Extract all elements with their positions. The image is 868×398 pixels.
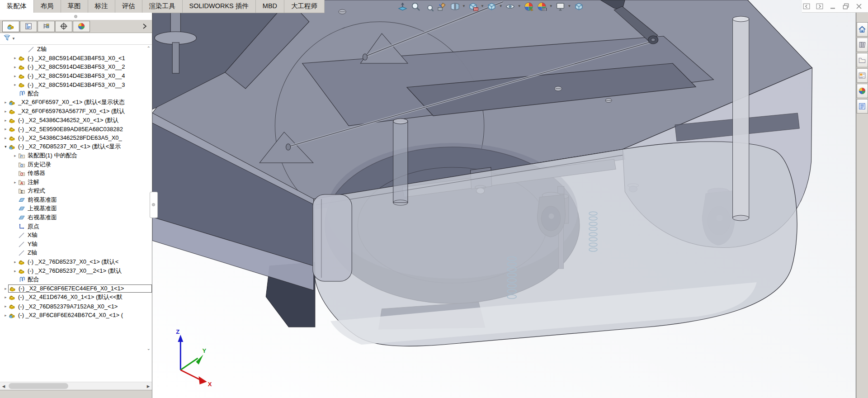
featuremanager-tree-icon[interactable]: [2, 21, 19, 32]
tree-row[interactable]: ▸(-) _X2_54386C346252_X0_<1> (默认: [0, 116, 152, 125]
tree-row[interactable]: ▸A注解: [0, 178, 152, 187]
tree-row[interactable]: ▸(-) _X2_5E9590E89AD85EA68C038282: [0, 124, 152, 133]
expand-arrow-icon[interactable]: ▸: [13, 74, 18, 78]
menu-tab-9[interactable]: 大工程师: [284, 0, 325, 13]
menu-tab-4[interactable]: 标注: [88, 0, 115, 13]
collapse-right-icon[interactable]: [815, 2, 824, 11]
panel-splitter-handle[interactable]: [150, 192, 158, 218]
menu-tab-1[interactable]: 装配体: [0, 0, 34, 13]
3d-drawing-view-icon[interactable]: [573, 0, 585, 12]
tree-row[interactable]: 配合: [0, 89, 152, 98]
tree-row[interactable]: ▸(-) _X2_8F6C8F6E7EC44EF6_X0_1<1>: [0, 284, 152, 293]
tree-row[interactable]: ▸装配图(1) 中的配合: [0, 151, 152, 160]
filter-dropdown-caret-icon[interactable]: ▼: [12, 37, 15, 41]
expand-arrow-icon[interactable]: ▸: [3, 304, 8, 308]
previous-view-icon[interactable]: [423, 0, 434, 12]
menu-tab-2[interactable]: 布局: [34, 0, 61, 13]
tree-row[interactable]: ▸(-) _X2_76D852379A7152A8_X0_<1>: [0, 302, 152, 311]
menu-tab-6[interactable]: 渲染工具: [142, 0, 183, 13]
dropdown-caret-icon[interactable]: ▼: [549, 0, 553, 12]
filter-funnel-icon[interactable]: [3, 34, 11, 43]
tree-row[interactable]: ▸(-) _X2_88C5914D4E3B4F53_X0__3: [0, 80, 152, 89]
tree-row[interactable]: ▸(-) _X2_88C5914D4E3B4F53_X0_<1: [0, 54, 152, 63]
expand-arrow-icon[interactable]: ▸: [3, 109, 8, 114]
expand-arrow-icon[interactable]: ▾: [3, 144, 8, 149]
tree-row[interactable]: 原点: [0, 222, 152, 231]
view-orientation-icon[interactable]: [467, 0, 479, 12]
tree-scroll-up-icon[interactable]: ⌃: [147, 46, 151, 51]
tree-row[interactable]: 历史记录: [0, 160, 152, 169]
panel-top-splitter[interactable]: [0, 13, 152, 20]
tree-row[interactable]: ▾(-) _X2_76D85237_X0_<1> (默认<显示: [0, 142, 152, 152]
graphics-area[interactable]: Z Y X ▼▼▼▼▼▼: [152, 0, 856, 398]
model-3d-view[interactable]: Z Y X: [152, 0, 856, 398]
tree-row[interactable]: ▸(-) _X2_76D85237_X0_<1> (默认<: [0, 257, 152, 266]
tree-scroll-down-icon[interactable]: ⌄: [147, 346, 151, 351]
collapse-left-icon[interactable]: [802, 2, 811, 11]
menu-tab-3[interactable]: 草图: [61, 0, 88, 13]
tree-row[interactable]: X轴: [0, 231, 152, 240]
dropdown-caret-icon[interactable]: ▼: [518, 0, 521, 12]
dropdown-caret-icon[interactable]: ▼: [499, 0, 503, 12]
scrollbar-thumb[interactable]: [9, 383, 68, 389]
display-style-icon[interactable]: [486, 0, 498, 12]
tree-row[interactable]: 前视基准面: [0, 195, 152, 204]
menu-tab-5[interactable]: 评估: [115, 0, 142, 13]
tree-row[interactable]: 传感器: [0, 169, 152, 178]
chevron-right-icon[interactable]: [141, 23, 148, 30]
tree-row[interactable]: Σ方程式: [0, 187, 152, 196]
tree-row[interactable]: 右视基准面: [0, 213, 152, 222]
tree-row[interactable]: ▸(-) _X2_4E1D6746_X0_1<1> (默认<<默: [0, 293, 152, 302]
expand-arrow-icon[interactable]: ▸: [3, 295, 8, 299]
close-icon[interactable]: [854, 2, 863, 11]
custom-properties-icon[interactable]: [857, 99, 868, 114]
tree-row[interactable]: ▸(-) _X2_76D85237_X0__2<1> (默认: [0, 266, 152, 275]
dynamic-annotation-views-icon[interactable]: [449, 0, 461, 12]
propertymanager-icon[interactable]: [20, 21, 37, 32]
dimxpertmanager-icon[interactable]: [55, 21, 72, 32]
tree-row[interactable]: 配合: [0, 275, 152, 284]
expand-arrow-icon[interactable]: ▸: [3, 286, 8, 291]
dropdown-caret-icon[interactable]: ▼: [481, 0, 484, 12]
tree-row[interactable]: ▸_X2_6F0F6597_X0_<1> (默认<显示状态: [0, 98, 152, 107]
hide-show-items-icon[interactable]: [505, 0, 516, 12]
expand-arrow-icon[interactable]: ▸: [3, 313, 8, 317]
tree-row[interactable]: ▸(-) _X2_54386C3462528FDE63A5_X0_: [0, 133, 152, 142]
expand-arrow-icon[interactable]: ▸: [3, 127, 8, 131]
resources-home-icon[interactable]: [857, 22, 868, 37]
tree-row[interactable]: Y轴: [0, 240, 152, 249]
zoom-to-area-icon[interactable]: [410, 0, 421, 12]
expand-arrow-icon[interactable]: ▸: [13, 56, 18, 60]
configurationmanager-icon[interactable]: [38, 21, 55, 32]
expand-arrow-icon[interactable]: ▸: [13, 260, 18, 264]
zoom-to-fit-icon[interactable]: [396, 0, 408, 12]
edit-appearance-icon[interactable]: [523, 0, 535, 12]
section-view-icon[interactable]: [436, 0, 448, 12]
menu-tab-7[interactable]: SOLIDWORKS 插件: [183, 0, 256, 13]
tree-row[interactable]: ▸(-) _X2_88C5914D4E3B4F53_X0__4: [0, 71, 152, 81]
tree-row[interactable]: 上视基准面: [0, 204, 152, 213]
dropdown-caret-icon[interactable]: ▼: [462, 0, 466, 12]
expand-arrow-icon[interactable]: ▸: [3, 118, 8, 123]
expand-arrow-icon[interactable]: ▸: [13, 153, 18, 158]
file-explorer-icon[interactable]: [857, 53, 868, 67]
expand-arrow-icon[interactable]: ▸: [13, 180, 18, 185]
minimize-icon[interactable]: [828, 2, 837, 11]
tree-row[interactable]: ▸_X2_6F0F659763A5677F_X0_<1> (默认: [0, 107, 152, 116]
expand-arrow-icon[interactable]: ▸: [3, 100, 8, 104]
menu-tab-8[interactable]: MBD: [256, 0, 284, 13]
tree-row[interactable]: ▸(-) _X2_8F6C8F6E624B67C4_X0_<1> (: [0, 311, 152, 320]
apply-scene-icon[interactable]: [536, 0, 548, 12]
scroll-left-icon[interactable]: ◀: [0, 384, 7, 389]
tree-horizontal-scrollbar[interactable]: ◀ ▶: [0, 382, 152, 390]
expand-arrow-icon[interactable]: ▸: [13, 269, 18, 273]
view-palette-icon[interactable]: [857, 68, 868, 83]
restore-icon[interactable]: [841, 2, 850, 11]
expand-arrow-icon[interactable]: ▸: [13, 65, 18, 69]
scroll-right-icon[interactable]: ▶: [145, 384, 152, 389]
design-library-icon[interactable]: [857, 38, 868, 52]
expand-arrow-icon[interactable]: ▸: [13, 82, 18, 87]
tree-row[interactable]: ▸(-) _X2_88C5914D4E3B4F53_X0__2: [0, 62, 152, 71]
tree-row[interactable]: Z轴: [0, 249, 152, 258]
expand-arrow-icon[interactable]: ▸: [3, 136, 8, 140]
